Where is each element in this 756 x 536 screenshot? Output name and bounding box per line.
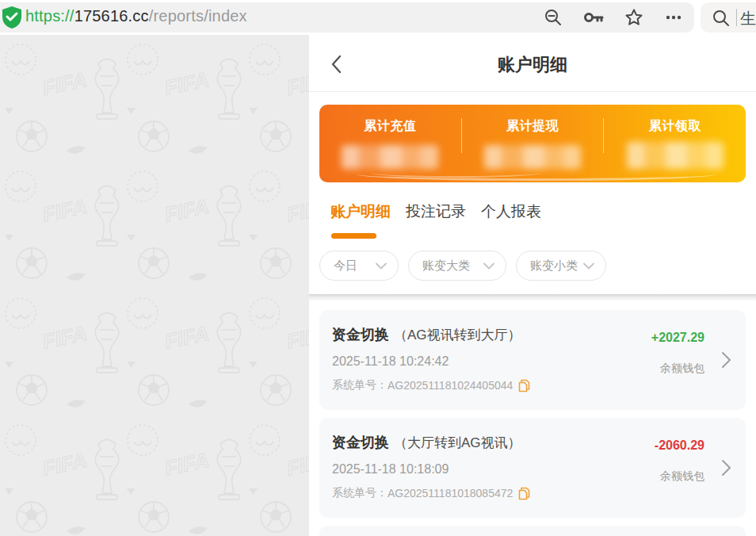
account-detail-panel: 账户明细 累计充值 累计提现 累计领取 账户明细 投注记录 个人报表	[309, 35, 756, 536]
summary-label: 累计充值	[364, 118, 416, 135]
blurred-value	[484, 145, 581, 169]
key-icon[interactable]	[583, 8, 604, 27]
transaction-subtitle: （AG视讯转到大厅）	[394, 327, 521, 343]
page-header: 账户明细	[309, 35, 756, 92]
card-swoosh-decoration	[371, 168, 541, 178]
more-dots-icon[interactable]	[664, 8, 683, 27]
fifa-watermark-pattern: FIFA	[0, 35, 309, 536]
summary-card: 累计充值 累计提现 累计领取	[319, 105, 746, 182]
order-number: AG202511181018085472	[388, 487, 513, 500]
fifa-watermark-background: FIFA	[0, 35, 309, 536]
tab-account-detail[interactable]: 账户明细	[330, 201, 391, 222]
shield-check-icon	[2, 6, 22, 29]
chevron-down-icon	[483, 262, 494, 270]
url-scheme: https://	[25, 7, 74, 25]
zoom-out-icon[interactable]	[544, 8, 563, 27]
order-number: AG202511181024405044	[388, 379, 513, 392]
tab-personal-report[interactable]: 个人报表	[481, 201, 541, 222]
url-path: /reports/index	[149, 7, 247, 25]
filter-major-category-dropdown[interactable]: 账变大类	[408, 251, 506, 281]
transaction-order-row: 系统单号：AG202511181018085472	[332, 486, 733, 500]
chevron-down-icon	[376, 262, 387, 270]
active-tab-underline	[331, 233, 376, 239]
transaction-wallet: 余额钱包	[655, 469, 704, 484]
copy-icon[interactable]	[518, 379, 530, 392]
filter-minor-category-dropdown[interactable]: 账变小类	[516, 251, 606, 281]
chevron-down-icon	[583, 262, 594, 270]
transaction-amount: -2060.29	[655, 438, 704, 453]
filter-label: 今日	[334, 258, 357, 274]
chevron-right-icon[interactable]	[721, 459, 731, 477]
summary-label: 累计领取	[649, 118, 701, 135]
filter-bar: 今日 账变大类 账变小类	[309, 239, 756, 281]
copy-icon[interactable]	[518, 487, 530, 500]
text-cursor	[736, 9, 737, 26]
filter-label: 账变大类	[422, 258, 470, 274]
search-icon[interactable]	[712, 9, 731, 28]
transaction-subtitle: （大厅转到AG视讯）	[394, 435, 521, 450]
url-host: 175616.cc	[74, 7, 149, 25]
transaction-list: 资金切换（AG视讯转到大厅） 2025-11-18 10:24:42 系统单号：…	[309, 301, 756, 536]
page-title: 账户明细	[309, 53, 756, 77]
tab-bet-records[interactable]: 投注记录	[406, 201, 466, 222]
chevron-right-icon[interactable]	[721, 351, 731, 369]
transaction-type: 资金切换	[332, 435, 389, 450]
blurred-value	[342, 145, 438, 169]
filter-label: 账变小类	[530, 258, 578, 274]
summary-label: 累计提现	[506, 118, 559, 135]
section-divider	[309, 294, 756, 301]
transaction-type: 资金切换	[332, 327, 389, 343]
order-number-label: 系统单号：	[332, 486, 388, 500]
transaction-card-partial[interactable]	[319, 526, 746, 536]
filter-date-dropdown[interactable]: 今日	[319, 251, 399, 281]
star-icon[interactable]	[624, 8, 643, 27]
search-box-text[interactable]: 生	[740, 8, 756, 29]
transaction-card[interactable]: 资金切换（AG视讯转到大厅） 2025-11-18 10:24:42 系统单号：…	[319, 310, 746, 410]
transaction-order-row: 系统单号：AG202511181024405044	[332, 378, 733, 392]
blurred-value	[627, 142, 724, 169]
transaction-amount: +2027.29	[651, 331, 704, 345]
browser-toolbar: https://175616.cc/reports/index 生	[0, 0, 756, 35]
order-number-label: 系统单号：	[332, 378, 388, 392]
tab-bar: 账户明细 投注记录 个人报表	[309, 182, 756, 222]
url-text[interactable]: https://175616.cc/reports/index	[25, 7, 247, 25]
transaction-wallet: 余额钱包	[651, 362, 704, 376]
transaction-card[interactable]: 资金切换（大厅转到AG视讯） 2025-11-18 10:18:09 系统单号：…	[319, 418, 746, 518]
